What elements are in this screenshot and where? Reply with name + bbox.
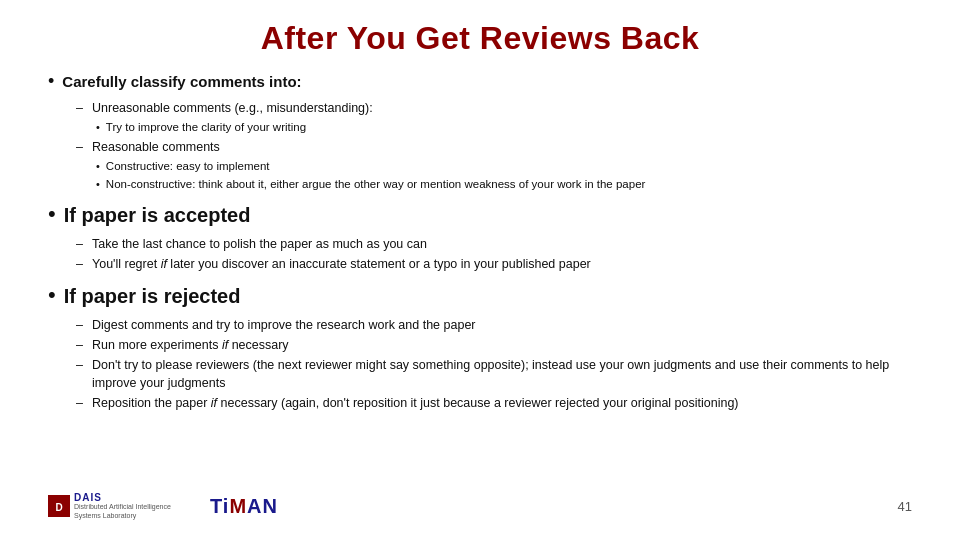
please-text: Don't try to please reviewers (the next …	[92, 356, 912, 392]
dais-label: DAIS Distributed Artificial Intelligence…	[74, 492, 194, 520]
rejected-sub-list: – Digest comments and try to improve the…	[76, 316, 912, 413]
nonconstructive-text: Non-constructive: think about it, either…	[106, 176, 646, 193]
timan-m: M	[229, 495, 247, 517]
sub-item-polish: – Take the last chance to polish the pap…	[76, 235, 912, 253]
reasonable-sub-list: • Constructive: easy to implement • Non-…	[96, 158, 912, 193]
dais-text: DAIS	[74, 492, 194, 503]
small-bullet-icon: •	[96, 177, 100, 193]
dash-icon: –	[76, 138, 86, 156]
accepted-sub-list: – Take the last chance to polish the pap…	[76, 235, 912, 273]
classify-label: Carefully classify comments into:	[62, 71, 301, 93]
sub-item-regret: – You'll regret if later you discover an…	[76, 255, 912, 273]
accepted-label: If paper is accepted	[64, 201, 251, 230]
sub-sub-item-constructive: • Constructive: easy to implement	[96, 158, 912, 175]
dash-icon: –	[76, 356, 86, 374]
sub-sub-item-nonconstructive: • Non-constructive: think about it, eith…	[96, 176, 912, 193]
clarity-text: Try to improve the clarity of your writi…	[106, 119, 306, 136]
dash-icon: –	[76, 394, 86, 412]
reasonable-text: Reasonable comments	[92, 138, 220, 156]
dash-icon: –	[76, 336, 86, 354]
dais-logo-box: D	[48, 495, 70, 517]
sub-item-please: – Don't try to please reviewers (the nex…	[76, 356, 912, 392]
sub-item-digest: – Digest comments and try to improve the…	[76, 316, 912, 334]
slide: After You Get Reviews Back • Carefully c…	[0, 0, 960, 540]
sub-item-unreasonable: – Unreasonable comments (e.g., misunders…	[76, 99, 912, 117]
timan-logo: TiMAN	[210, 495, 278, 518]
sub-item-experiments: – Run more experiments if necessary	[76, 336, 912, 354]
rejected-label: If paper is rejected	[64, 282, 241, 311]
digest-text: Digest comments and try to improve the r…	[92, 316, 476, 334]
dash-icon: –	[76, 255, 86, 273]
slide-footer: D DAIS Distributed Artificial Intelligen…	[48, 488, 912, 520]
svg-text:D: D	[55, 502, 62, 513]
dash-icon: –	[76, 235, 86, 253]
slide-content: • Carefully classify comments into: – Un…	[48, 71, 912, 482]
polish-text: Take the last chance to polish the paper…	[92, 235, 427, 253]
dais-subtitle: Distributed Artificial Intelligence Syst…	[74, 503, 194, 520]
small-bullet-icon: •	[96, 159, 100, 175]
reposition-text: Reposition the paper if necessary (again…	[92, 394, 739, 412]
sub-item-reasonable: – Reasonable comments	[76, 138, 912, 156]
dais-logo-icon: D	[48, 495, 70, 517]
dais-logo: D DAIS Distributed Artificial Intelligen…	[48, 492, 194, 520]
experiments-text: Run more experiments if necessary	[92, 336, 289, 354]
main-bullet-rejected: • If paper is rejected	[48, 282, 912, 311]
dash-icon: –	[76, 316, 86, 334]
slide-title: After You Get Reviews Back	[48, 20, 912, 57]
unreasonable-sub-list: • Try to improve the clarity of your wri…	[96, 119, 912, 136]
unreasonable-text: Unreasonable comments (e.g., misundersta…	[92, 99, 373, 117]
classify-sub-list: – Unreasonable comments (e.g., misunders…	[76, 99, 912, 193]
bullet-dot: •	[48, 199, 56, 230]
footer-logos: D DAIS Distributed Artificial Intelligen…	[48, 492, 278, 520]
bullet-dot: •	[48, 280, 56, 311]
constructive-text: Constructive: easy to implement	[106, 158, 270, 175]
bullet-dot: •	[48, 69, 54, 94]
page-number: 41	[898, 499, 912, 514]
timan-an: AN	[247, 495, 278, 517]
sub-item-reposition: – Reposition the paper if necessary (aga…	[76, 394, 912, 412]
main-bullet-classify: • Carefully classify comments into:	[48, 71, 912, 94]
dash-icon: –	[76, 99, 86, 117]
sub-sub-item-clarity: • Try to improve the clarity of your wri…	[96, 119, 912, 136]
small-bullet-icon: •	[96, 120, 100, 136]
timan-ti: Ti	[210, 495, 229, 517]
regret-text: You'll regret if later you discover an i…	[92, 255, 591, 273]
main-bullet-accepted: • If paper is accepted	[48, 201, 912, 230]
